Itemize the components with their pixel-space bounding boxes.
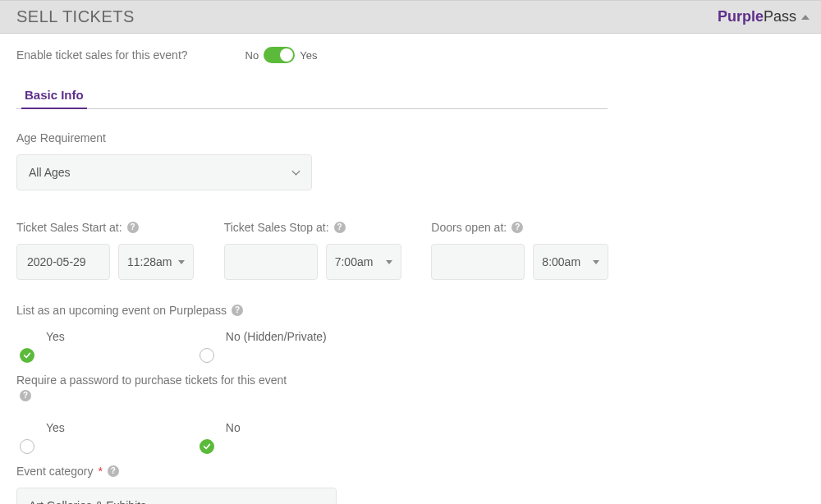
sales-stop-label: Ticket Sales Stop at: ? [224,221,346,234]
sales-start-label: Ticket Sales Start at: ? [16,221,139,234]
chevron-down-icon [291,168,300,176]
listing-option-yes: Yes [16,330,65,363]
listing-yes-label: Yes [16,330,65,343]
age-requirement-value: All Ages [29,166,71,179]
category-select[interactable]: Art Galleries & Exhibits [16,488,337,504]
category-label: Event category * ? [16,465,119,478]
sales-start-col: Ticket Sales Start at: ? 2020-05-29 11:2… [16,220,209,280]
password-option-no: No [196,421,241,454]
sales-start-date-input[interactable]: 2020-05-29 [16,244,110,280]
doors-open-date-input[interactable] [431,244,525,280]
age-requirement-select[interactable]: All Ages [16,154,312,190]
sales-stop-date-input[interactable] [224,244,318,280]
listing-no-radio[interactable] [200,348,214,363]
brand-text: PurplePass [718,8,796,25]
password-yes-radio[interactable] [20,439,34,454]
doors-open-label: Doors open at: ? [431,221,523,234]
help-icon[interactable]: ? [20,390,31,401]
password-no-label: No [196,421,241,434]
enable-sales-label: Enable ticket sales for this event? [16,48,188,62]
dropdown-icon [386,260,392,264]
enable-sales-toggle[interactable] [264,47,295,63]
password-label: Require a password to purchase tickets f… [16,373,287,401]
required-marker: * [98,465,102,478]
doors-open-col: Doors open at: ? 8:00am [431,220,624,280]
tab-basic-info[interactable]: Basic Info [21,83,87,108]
listing-label: List as an upcoming event on Purplepass … [16,304,243,317]
help-icon[interactable]: ? [511,222,523,233]
enable-sales-toggle-group: No Yes [245,47,318,63]
password-no-radio[interactable] [200,439,214,454]
enable-sales-row: Enable ticket sales for this event? No Y… [16,47,805,63]
listing-radio-row: Yes No (Hidden/Private) [16,330,805,363]
help-icon[interactable]: ? [127,222,139,233]
toggle-yes-label: Yes [300,49,317,62]
listing-yes-radio[interactable] [20,348,34,363]
brand[interactable]: PurplePass [718,8,810,25]
help-icon[interactable]: ? [108,465,119,477]
tab-bar: Basic Info [16,83,608,109]
doors-open-time-input[interactable]: 8:00am [533,244,608,280]
password-radio-row: Yes No [16,421,805,454]
age-requirement-section: Age Requirement All Ages [16,131,805,190]
listing-section: List as an upcoming event on Purplepass … [16,303,805,363]
help-icon[interactable]: ? [334,222,346,233]
help-icon[interactable]: ? [232,305,243,316]
password-option-yes: Yes [16,421,65,454]
ticket-times-row: Ticket Sales Start at: ? 2020-05-29 11:2… [16,220,624,280]
category-section: Event category * ? Art Galleries & Exhib… [16,464,805,504]
check-icon [23,351,31,360]
listing-no-label: No (Hidden/Private) [196,330,327,343]
listing-option-no: No (Hidden/Private) [196,330,327,363]
sales-stop-time-input[interactable]: 7:00am [326,244,401,280]
dropdown-icon [178,260,185,264]
password-section: Require a password to purchase tickets f… [16,373,805,454]
toggle-no-label: No [245,49,259,62]
collapse-up-icon [801,15,810,20]
content-area: Enable ticket sales for this event? No Y… [0,34,821,504]
category-value: Art Galleries & Exhibits [29,499,146,504]
sales-stop-col: Ticket Sales Stop at: ? 7:00am [224,220,417,280]
dropdown-icon [593,260,599,264]
check-icon [203,442,211,451]
password-yes-label: Yes [16,421,65,434]
age-requirement-label: Age Requirement [16,131,106,144]
sales-start-time-input[interactable]: 11:28am [118,244,194,280]
header-bar: SELL TICKETS PurplePass [0,0,821,34]
page-title: SELL TICKETS [16,7,135,26]
